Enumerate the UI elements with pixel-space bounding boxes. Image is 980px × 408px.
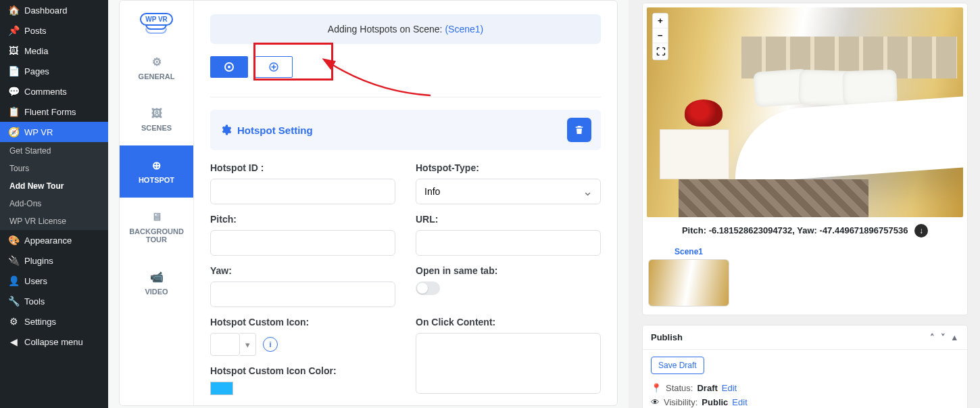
pin-icon: 📍 (651, 383, 662, 393)
sidebar-collapse[interactable]: ◀Collapse menu (0, 332, 108, 352)
wpvr-logo: WP VR (120, 1, 193, 42)
hotspot-panel: Adding Hotspots on Scene: (Scene1) (194, 1, 617, 405)
gear-icon (220, 124, 232, 136)
hotspot-id-label: Hotspot ID : (210, 162, 395, 173)
zoom-out-button[interactable]: − (653, 28, 668, 43)
editor-main: WP VR ⚙GENERAL 🖼SCENES ⊕HOTSPOT 🖥BACKGRO… (108, 0, 629, 408)
hotspot-id-input[interactable] (210, 179, 395, 204)
custom-icon-label: Hotspot Custom Icon: (210, 317, 395, 327)
on-click-textarea[interactable] (416, 333, 601, 394)
icon-color-swatch[interactable] (210, 382, 233, 395)
tab-video[interactable]: 📹VIDEO (120, 257, 193, 309)
publish-card: Publish ˄ ˅ ▴ Save Draft 📍 Status: Draft… (642, 325, 968, 408)
sidebar-item-plugins[interactable]: 🔌Plugins (0, 250, 108, 271)
edit-status-link[interactable]: Edit (722, 383, 737, 393)
page-icon: 📄 (7, 66, 20, 76)
scene-thumb-image (648, 259, 729, 307)
hotspot-setting-header: Hotspot Setting (210, 110, 601, 150)
tab-hotspot[interactable]: ⊕HOTSPOT (120, 145, 193, 198)
panorama-preview[interactable]: + − ⛶ (647, 7, 963, 217)
hotspot-dot-icon (224, 62, 235, 72)
eye-icon: 👁 (651, 397, 660, 407)
sidebar-item-wp-vr[interactable]: 🧭WP VR (0, 122, 108, 142)
hotspot-form: Hotspot ID : Hotspot-Type: Info Pitch: (210, 162, 601, 405)
delete-hotspot-button[interactable] (567, 118, 591, 142)
zoom-in-button[interactable]: + (653, 14, 668, 28)
scene-thumb-1[interactable]: Scene1 (648, 247, 729, 307)
settings-icon: ⚙ (7, 316, 20, 327)
monitor-icon: 🖥 (125, 211, 188, 223)
annotation-highlight (253, 43, 333, 81)
sidebar-item-dashboard[interactable]: 🏠Dashboard (0, 0, 108, 20)
wp-admin-sidebar: 🏠Dashboard 📌Posts 🖼Media 📄Pages 💬Comment… (0, 0, 108, 408)
hotspot-type-label: Hotspot-Type: (416, 162, 601, 173)
target-icon: ⊕ (125, 159, 188, 172)
preview-card: + − ⛶ Pitch: -6.181528623094732, Yaw: -4… (642, 3, 968, 315)
submenu-add-ons[interactable]: Add-Ons (0, 195, 108, 212)
submenu-get-started[interactable]: Get Started (0, 142, 108, 160)
trash-icon (574, 124, 585, 135)
yaw-label: Yaw: (210, 265, 395, 276)
url-input[interactable] (416, 230, 601, 256)
yaw-input[interactable] (210, 281, 395, 307)
plugin-icon: 🔌 (7, 255, 20, 266)
preview-controls: + − ⛶ (652, 13, 668, 60)
hotspot-type-select[interactable]: Info (416, 179, 601, 204)
editor-card: WP VR ⚙GENERAL 🖼SCENES ⊕HOTSPOT 🖥BACKGRO… (119, 0, 618, 406)
video-icon: 📹 (125, 271, 188, 284)
sidebar-item-fluent-forms[interactable]: 📋Fluent Forms (0, 101, 108, 122)
info-icon[interactable]: i (263, 337, 278, 352)
sidebar-item-posts[interactable]: 📌Posts (0, 20, 108, 41)
form-icon: 📋 (7, 106, 20, 117)
pitch-label: Pitch: (210, 214, 395, 225)
scene-link[interactable]: (Scene1) (445, 24, 483, 35)
sidebar-item-pages[interactable]: 📄Pages (0, 61, 108, 81)
publish-toggle-controls[interactable]: ˄ ˅ ▴ (930, 332, 959, 342)
custom-icon-preview[interactable] (210, 333, 240, 356)
sidebar-item-appearance[interactable]: 🎨Appearance (0, 230, 108, 250)
sidebar-item-comments[interactable]: 💬Comments (0, 81, 108, 101)
tab-scenes[interactable]: 🖼SCENES (120, 94, 193, 145)
save-draft-button[interactable]: Save Draft (651, 357, 704, 374)
same-tab-toggle[interactable] (416, 281, 440, 295)
submenu-add-new-tour[interactable]: Add New Tour (0, 177, 108, 195)
submenu-tours[interactable]: Tours (0, 160, 108, 177)
right-column: + − ⛶ Pitch: -6.181528623094732, Yaw: -4… (637, 0, 973, 408)
wrench-icon: 🔧 (7, 296, 20, 307)
gear-icon: ⚙ (125, 55, 188, 68)
edit-visibility-link[interactable]: Edit (732, 397, 747, 407)
sidebar-item-tools[interactable]: 🔧Tools (0, 291, 108, 311)
svg-point-1 (228, 66, 230, 68)
scene-thumb-caption: Scene1 (648, 247, 729, 256)
hotspot-tab-current[interactable] (210, 56, 248, 78)
tab-background-tour[interactable]: 🖥BACKGROUND TOUR (120, 198, 193, 257)
user-icon: 👤 (7, 275, 20, 286)
image-icon: 🖼 (125, 108, 188, 120)
sidebar-item-users[interactable]: 👤Users (0, 271, 108, 291)
same-tab-label: Open in same tab: (416, 265, 601, 276)
fullscreen-button[interactable]: ⛶ (653, 43, 668, 60)
dashboard-icon: 🏠 (7, 5, 20, 16)
submenu-license[interactable]: WP VR License (0, 212, 108, 230)
on-click-label: On Click Content: (416, 317, 601, 327)
copy-coords-button[interactable]: ↓ (914, 224, 928, 237)
tab-general[interactable]: ⚙GENERAL (120, 42, 193, 94)
url-label: URL: (416, 214, 601, 225)
scene-banner: Adding Hotspots on Scene: (Scene1) (210, 14, 601, 44)
status-row: 📍 Status: Draft Edit (651, 381, 959, 395)
wpvr-logo-badge: WP VR (140, 13, 173, 26)
custom-icon-color-label: Hotspot Custom Icon Color: (210, 365, 395, 376)
editor-tab-rail: WP VR ⚙GENERAL 🖼SCENES ⊕HOTSPOT 🖥BACKGRO… (120, 1, 194, 405)
sidebar-item-media[interactable]: 🖼Media (0, 41, 108, 61)
collapse-icon: ◀ (7, 336, 20, 347)
brush-icon: 🎨 (7, 235, 20, 246)
comment-icon: 💬 (7, 86, 20, 97)
preview-coords: Pitch: -6.181528623094732, Yaw: -47.4496… (647, 217, 963, 244)
sidebar-item-settings[interactable]: ⚙Settings (0, 311, 108, 332)
vr-icon: 🧭 (7, 127, 20, 137)
visibility-row: 👁 Visibility: Public Edit (651, 395, 959, 408)
publish-title: Publish (651, 332, 683, 342)
pin-icon: 📌 (7, 25, 20, 36)
custom-icon-dropdown[interactable]: ▾ (240, 333, 256, 356)
pitch-input[interactable] (210, 230, 395, 256)
